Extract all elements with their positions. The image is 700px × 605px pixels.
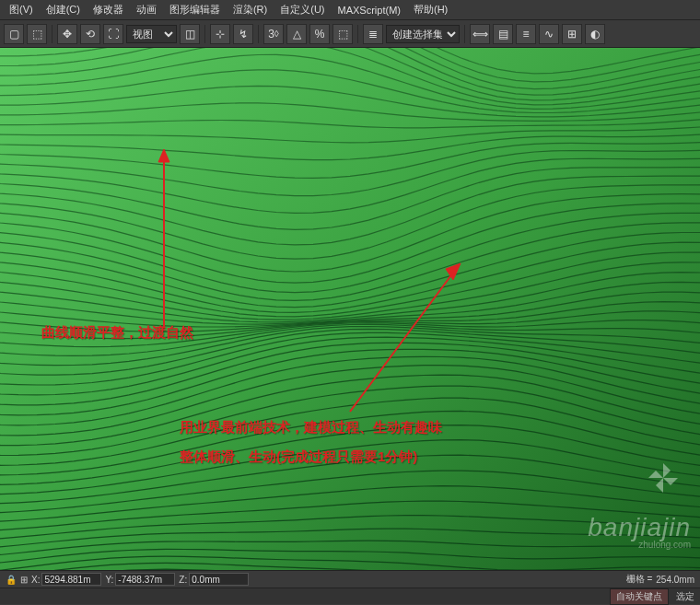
align-button[interactable]: ▤: [493, 24, 513, 44]
material-button[interactable]: ◐: [585, 24, 605, 44]
snap-toggle-button[interactable]: 3◊: [263, 24, 284, 44]
move-button[interactable]: ✥: [57, 24, 77, 44]
select-manipulate-button[interactable]: ⊹: [210, 24, 230, 44]
menu-bar: 图(V) 创建(C) 修改器 动画 图形编辑器 渲染(R) 自定义(U) MAX…: [0, 0, 700, 20]
selected-button[interactable]: 选定: [676, 590, 694, 603]
annotation-text-3: 整体顺滑、生动(完成过程只需要1分钟): [180, 444, 417, 469]
select-region-button[interactable]: ⬚: [27, 24, 47, 44]
svg-marker-4: [446, 263, 461, 280]
main-toolbar: ▢ ⬚ ✥ ⟲ ⛶ 视图 ◫ ⊹ ↯ 3◊ △ % ⬚ ≣ 创建选择集 ⟺ ▤ …: [0, 20, 700, 48]
menu-modifiers[interactable]: 修改器: [88, 1, 129, 18]
spinner-snap-button[interactable]: ⬚: [332, 24, 353, 44]
x-label: X:: [31, 575, 40, 585]
reference-coord-dropdown[interactable]: 视图: [126, 25, 177, 43]
menu-view[interactable]: 图(V): [4, 1, 39, 18]
angle-snap-button[interactable]: △: [286, 24, 307, 44]
menu-customize[interactable]: 自定义(U): [274, 1, 330, 18]
mirror-button[interactable]: ⟺: [470, 24, 490, 44]
grid-value: 254.0mm: [656, 575, 694, 585]
rotate-button[interactable]: ⟲: [80, 24, 100, 44]
annotation-arrow-1: [157, 149, 184, 333]
percent-snap-button[interactable]: %: [309, 24, 330, 44]
schematic-button[interactable]: ⊞: [562, 24, 582, 44]
select-object-button[interactable]: ▢: [4, 24, 24, 44]
y-coord-input[interactable]: [115, 573, 175, 586]
annotation-arrow-2: [341, 260, 470, 416]
menu-graph-editors[interactable]: 图形编辑器: [164, 1, 226, 18]
z-coord-input[interactable]: [189, 573, 249, 586]
curve-editor-button[interactable]: ∿: [539, 24, 559, 44]
y-label: Y:: [105, 575, 113, 585]
menu-help[interactable]: 帮助(H): [408, 1, 453, 18]
annotation-text-2: 用业界最前端技术，建模过程、生动有趣味: [180, 414, 442, 439]
menu-maxscript[interactable]: MAXScript(M): [332, 3, 406, 17]
menu-animation[interactable]: 动画: [131, 1, 162, 18]
status-bar: 🔒 ⊞ X: Y: Z: 栅格 = 254.0mm 自动关键点 选定: [0, 570, 700, 605]
svg-line-3: [350, 269, 456, 412]
keyboard-shortcut-button[interactable]: ↯: [233, 24, 253, 44]
menu-rendering[interactable]: 渲染(R): [228, 1, 273, 18]
named-selection-button[interactable]: ≣: [363, 24, 383, 44]
viewport[interactable]: 曲线顺滑平整，过渡自然 用业界最前端技术，建模过程、生动有趣味 整体顺滑、生动(…: [0, 48, 700, 570]
auto-key-button[interactable]: 自动关键点: [610, 588, 669, 605]
layers-button[interactable]: ≡: [516, 24, 536, 44]
scale-button[interactable]: ⛶: [103, 24, 123, 44]
pivot-button[interactable]: ◫: [180, 24, 200, 44]
menu-create[interactable]: 创建(C): [41, 1, 86, 18]
svg-marker-2: [158, 149, 169, 162]
lock-icon[interactable]: 🔒: [6, 575, 17, 585]
annotation-text-1: 曲线顺滑平整，过渡自然: [41, 320, 193, 344]
z-label: Z:: [179, 575, 187, 585]
x-coord-input[interactable]: [41, 573, 101, 586]
named-selection-dropdown[interactable]: 创建选择集: [386, 25, 460, 43]
grid-label: 栅格 =: [626, 573, 653, 586]
selection-lock-button[interactable]: ⊞: [20, 575, 28, 585]
